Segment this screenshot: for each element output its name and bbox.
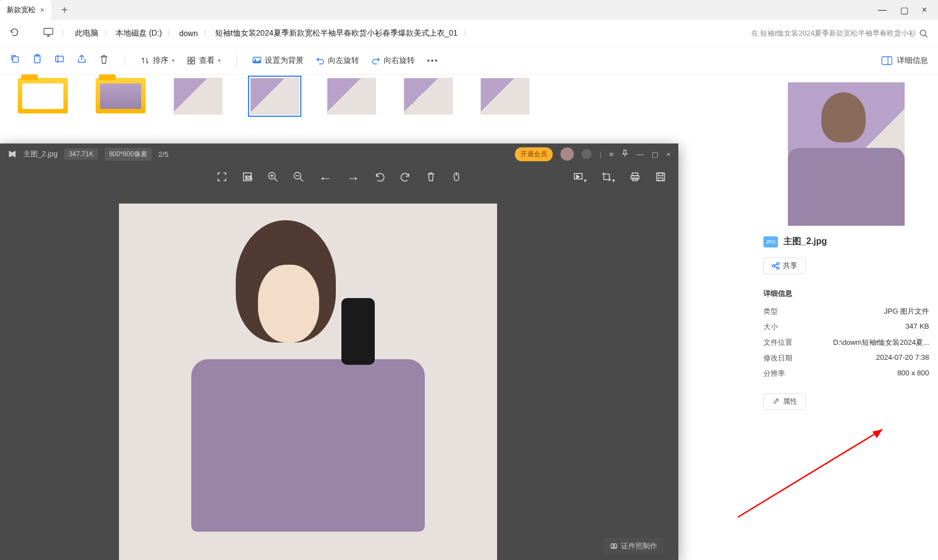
sort-label: 排序 (153, 56, 168, 66)
pin-icon[interactable] (621, 150, 629, 159)
details-panel: JPG 主图_2.jpg 共享 详细信息 类型JPG 图片文件 大小347 KB… (755, 75, 938, 560)
next-icon[interactable]: → (346, 170, 360, 186)
chevron-right-icon: 〉 (167, 29, 173, 37)
chevron-right-icon: 〉 (61, 29, 67, 37)
prop-location: 文件位置D:\down\短袖t恤女装2024夏... (763, 338, 929, 348)
breadcrumb-item[interactable]: 本地磁盘 (D:) (116, 28, 162, 38)
breadcrumb-item[interactable]: 短袖t恤女装2024夏季新款宽松半袖早春欧货小衫春季爆款美式上衣_01 (215, 28, 458, 38)
rotate-right-button[interactable]: 向右旋转 (371, 56, 415, 66)
prop-resolution: 分辨率800 x 800 (763, 369, 929, 379)
more-icon[interactable]: ••• (427, 56, 439, 65)
minimize-icon[interactable]: — (878, 5, 887, 16)
svg-rect-3 (34, 56, 40, 63)
close-window-icon[interactable]: × (922, 5, 927, 16)
toolbar: 排序 ▾ 查看 ▾ 设置为背景 向左旋转 向右旋转 ••• 详细信息 (0, 47, 938, 75)
svg-rect-8 (188, 61, 191, 64)
viewer-toolbar: 1:1 ← → ▾ ▾ (0, 165, 678, 191)
svg-rect-25 (657, 173, 664, 181)
mouse-icon[interactable] (451, 171, 462, 185)
rotate-left-icon[interactable] (374, 171, 385, 185)
maximize-icon[interactable]: ▢ (652, 150, 658, 158)
close-icon[interactable]: × (666, 150, 671, 158)
fit-icon[interactable]: 1:1 (242, 171, 253, 185)
rename-icon[interactable] (54, 54, 64, 67)
zoom-out-icon[interactable] (293, 171, 304, 185)
separator (125, 54, 125, 67)
details-label: 详细信息 (897, 56, 928, 66)
paste-icon[interactable] (32, 54, 42, 67)
wallpaper-button[interactable]: 设置为背景 (252, 56, 304, 66)
breadcrumb-item[interactable]: down (179, 29, 197, 38)
save-icon[interactable] (655, 171, 666, 185)
attributes-button[interactable]: 属性 (763, 393, 806, 410)
breadcrumb: 此电脑 〉 本地磁盘 (D:) 〉 down 〉 短袖t恤女装2024夏季新款宽… (75, 28, 469, 38)
share-label: 共享 (783, 261, 797, 271)
minimize-icon[interactable]: — (637, 150, 644, 158)
menu-icon[interactable]: ≡ (609, 150, 614, 158)
search-icon (919, 29, 928, 38)
view-button[interactable]: 查看 ▾ (187, 56, 221, 66)
svg-point-1 (920, 30, 926, 36)
rotate-right-icon[interactable] (400, 171, 411, 185)
image-viewer-window: 主图_2.jpg 347.71K 800*800像素 2/5 开通会员 | ≡ … (0, 143, 678, 560)
svg-rect-27 (658, 178, 663, 181)
rotate-left-button[interactable]: 向左旋转 (316, 56, 359, 66)
share-icon[interactable] (77, 54, 87, 67)
svg-rect-12 (882, 57, 892, 65)
attributes-label: 属性 (783, 397, 797, 407)
chevron-right-icon: 〉 (463, 29, 469, 37)
separator (236, 54, 237, 67)
tab-title: 新款宽松 (7, 5, 36, 15)
folder-item[interactable] (96, 78, 146, 113)
svg-point-15 (777, 267, 779, 269)
maximize-icon[interactable]: ▢ (900, 5, 909, 16)
slideshow-icon[interactable]: ▾ (573, 171, 587, 185)
new-tab-button[interactable]: + (61, 4, 68, 17)
window-controls: — ▢ × (878, 5, 938, 16)
dimensions-badge: 800*800像素 (105, 148, 152, 161)
details-toggle[interactable]: 详细信息 (881, 56, 928, 66)
prop-size: 大小347 KB (763, 322, 929, 332)
filename: 主图_2.jpg (783, 236, 827, 247)
image-item[interactable] (327, 78, 376, 115)
refresh-icon[interactable] (10, 28, 19, 39)
copy-icon[interactable] (10, 54, 20, 67)
vip-button[interactable]: 开通会员 (515, 147, 553, 161)
image-item[interactable] (480, 78, 529, 115)
id-photo-button[interactable]: 证件照制作 (603, 538, 664, 554)
image-item-selected[interactable] (250, 78, 299, 115)
breadcrumb-item[interactable]: 此电脑 (75, 28, 98, 38)
crop-icon[interactable]: ▾ (601, 171, 615, 185)
print-icon[interactable] (629, 171, 641, 185)
svg-rect-5 (56, 56, 63, 62)
share-button[interactable]: 共享 (763, 257, 806, 274)
chevron-right-icon: 〉 (204, 29, 210, 37)
svg-rect-26 (658, 173, 663, 176)
jpg-file-icon: JPG (763, 236, 778, 247)
browser-tab[interactable]: 新款宽松 × (0, 0, 51, 20)
sort-button[interactable]: 排序 ▾ (141, 56, 175, 66)
search-box[interactable]: 在 短袖t恤女装2024夏季新款宽松半袖早春欧货小衫 (751, 28, 928, 38)
svg-text:1:1: 1:1 (245, 175, 252, 180)
trash-icon[interactable] (425, 171, 436, 185)
svg-rect-2 (13, 57, 18, 62)
svg-rect-7 (192, 57, 195, 60)
avatar[interactable] (560, 147, 574, 161)
viewer-titlebar: 主图_2.jpg 347.71K 800*800像素 2/5 开通会员 | ≡ … (0, 143, 678, 165)
fullscreen-icon[interactable] (216, 171, 227, 185)
close-tab-icon[interactable]: × (40, 6, 44, 14)
view-label: 查看 (199, 56, 215, 66)
prev-icon[interactable]: ← (319, 170, 332, 186)
monitor-icon[interactable] (43, 28, 53, 39)
svg-rect-0 (44, 28, 53, 34)
zoom-in-icon[interactable] (267, 171, 279, 185)
folder-item[interactable] (18, 78, 68, 113)
image-item[interactable] (173, 78, 222, 115)
image-item[interactable] (404, 78, 453, 115)
preview-image (788, 82, 905, 226)
delete-icon[interactable] (99, 54, 109, 66)
viewer-filename: 主图_2.jpg (23, 149, 57, 159)
id-photo-label: 证件照制作 (621, 541, 657, 551)
chevron-right-icon: 〉 (104, 29, 110, 37)
tab-bar: 新款宽松 × + — ▢ × (0, 0, 938, 20)
